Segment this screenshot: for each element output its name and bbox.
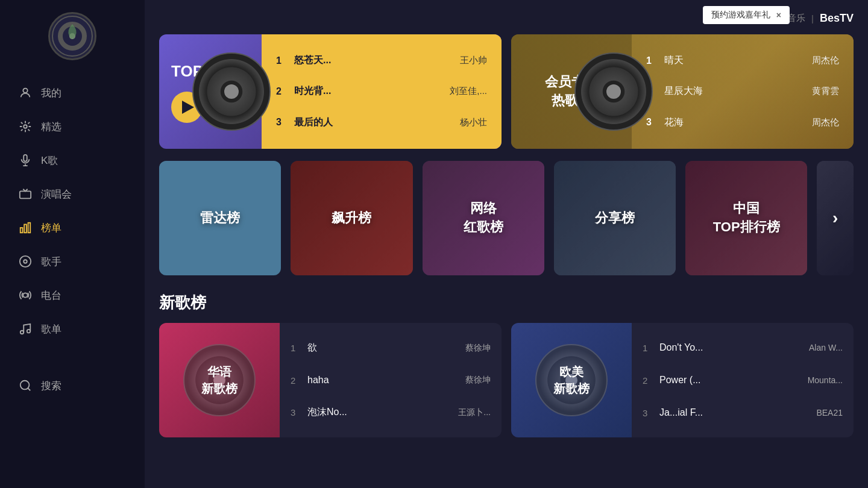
wt-num-1: 1 xyxy=(643,343,652,353)
sidebar-item-artists[interactable]: 歌手 xyxy=(0,247,145,276)
vip-song-artist-2: 黄霄雲 xyxy=(812,86,839,97)
sidebar-item-radio[interactable]: 电台 xyxy=(0,281,145,310)
svg-point-3 xyxy=(23,89,27,93)
cn-name-1: 欲 xyxy=(307,342,458,354)
vip-song-num-1: 1 xyxy=(646,55,656,66)
top-chart-songs-list: 1 怒苍天... 王小帅 2 时光背... 刘至佳,... 3 最后的人 杨小壮 xyxy=(262,34,502,149)
new-songs-section: 新歌榜 华语新歌榜 1 欲 蔡徐坤 xyxy=(159,292,854,437)
cn-name-3: 泡沫No... xyxy=(307,406,451,419)
notification-close-button[interactable]: × xyxy=(776,10,781,20)
cn-num-2: 2 xyxy=(291,375,300,386)
vinyl-icon xyxy=(18,254,33,269)
categories-row: 雷达榜 飙升榜 网络红歌榜 分享榜 中国TOP排行榜 › xyxy=(159,161,854,275)
charts-row: TOP榜 1 怒苍天... 王小帅 2 时光背... 刘至佳,... 3 最后的… xyxy=(159,34,854,149)
new-song-card-chinese[interactable]: 华语新歌榜 1 欲 蔡徐坤 2 haha 蔡徐坤 3 泡沫No xyxy=(159,323,502,437)
category-more-label: › xyxy=(832,206,838,230)
sidebar-item-ksong-label: K歌 xyxy=(41,154,58,167)
sidebar-item-ksong[interactable]: K歌 xyxy=(0,146,145,175)
person-icon xyxy=(18,86,33,100)
svg-point-15 xyxy=(20,381,30,390)
sidebar-item-concert-label: 演唱会 xyxy=(41,187,72,201)
wt-num-3: 3 xyxy=(643,408,652,418)
vip-song-num-3: 3 xyxy=(646,117,656,128)
sidebar-item-my[interactable]: 我的 xyxy=(0,78,145,107)
category-leida-label: 雷达榜 xyxy=(200,209,240,228)
western-song-row-3[interactable]: 3 Ja...ial F... BEA21 xyxy=(643,407,843,418)
western-song-row-1[interactable]: 1 Don't Yo... Alan W... xyxy=(643,342,843,353)
svg-rect-7 xyxy=(20,228,23,233)
cn-num-1: 1 xyxy=(291,343,300,353)
app-logo xyxy=(48,12,96,60)
search-icon xyxy=(18,378,33,393)
vip-chart-song-row-1[interactable]: 1 晴天 周杰伦 xyxy=(646,54,839,67)
top-chart-card[interactable]: TOP榜 1 怒苍天... 王小帅 2 时光背... 刘至佳,... 3 最后的… xyxy=(159,34,502,149)
sidebar-item-radio-label: 电台 xyxy=(41,289,61,302)
notification-banner: 预约游戏嘉年礼 × xyxy=(703,6,790,24)
wt-num-2: 2 xyxy=(643,375,652,386)
vip-chart-song-row-2[interactable]: 2 星辰大海 黄霄雲 xyxy=(646,85,839,98)
top-chart-song-row-2[interactable]: 2 时光背... 刘至佳,... xyxy=(276,85,487,98)
wt-name-3: Ja...ial F... xyxy=(659,407,809,418)
cn-artist-3: 王源卜... xyxy=(458,407,491,418)
chinese-song-row-3[interactable]: 3 泡沫No... 王源卜... xyxy=(291,406,491,419)
sidebar-item-artists-label: 歌手 xyxy=(41,255,61,269)
category-fenxiang-label: 分享榜 xyxy=(595,209,635,228)
top-chart-song-row-1[interactable]: 1 怒苍天... 王小帅 xyxy=(276,54,487,67)
sidebar-item-featured[interactable]: 精选 xyxy=(0,112,145,141)
song-artist-2: 刘至佳,... xyxy=(450,86,487,97)
vinyl-record xyxy=(192,52,271,131)
song-num-3: 3 xyxy=(276,117,286,128)
chinese-song-row-2[interactable]: 2 haha 蔡徐坤 xyxy=(291,375,491,386)
wt-name-2: Power (... xyxy=(659,375,800,386)
svg-rect-8 xyxy=(24,225,27,233)
svg-point-13 xyxy=(20,331,24,334)
sidebar-item-charts[interactable]: 榜单 xyxy=(0,213,145,242)
cn-num-3: 3 xyxy=(291,407,300,418)
category-zhongguo[interactable]: 中国TOP排行榜 xyxy=(685,161,807,275)
svg-rect-9 xyxy=(28,223,31,233)
category-piaosheng-label: 飙升榜 xyxy=(332,209,371,228)
category-leida[interactable]: 雷达榜 xyxy=(159,161,281,275)
new-song-chinese-title: 华语新歌榜 xyxy=(201,363,237,397)
western-new-song-list: 1 Don't Yo... Alan W... 2 Power (... Mou… xyxy=(632,323,854,437)
sidebar-item-featured-label: 精选 xyxy=(41,120,61,134)
wt-artist-1: Alan W... xyxy=(809,343,843,352)
vip-song-name-2: 星辰大海 xyxy=(664,85,804,98)
tv-icon xyxy=(18,187,33,201)
top-link-bestv[interactable]: BesTV xyxy=(820,12,854,25)
song-num-2: 2 xyxy=(276,86,286,97)
mic-icon xyxy=(18,153,33,167)
svg-rect-5 xyxy=(24,155,27,161)
song-num-1: 1 xyxy=(276,55,286,66)
western-song-row-2[interactable]: 2 Power (... Mounta... xyxy=(643,375,843,386)
category-fenxiang[interactable]: 分享榜 xyxy=(554,161,676,275)
notification-text: 预约游戏嘉年礼 xyxy=(711,10,770,20)
new-song-card-western[interactable]: 欧美新歌榜 1 Don't Yo... Alan W... 2 Power (.… xyxy=(511,323,854,437)
song-artist-3: 杨小壮 xyxy=(460,117,487,128)
category-piaosheng[interactable]: 飙升榜 xyxy=(291,161,412,275)
new-song-western-title: 欧美新歌榜 xyxy=(553,363,590,397)
svg-point-11 xyxy=(24,260,27,263)
song-name-3: 最后的人 xyxy=(294,116,451,129)
sidebar-item-playlist[interactable]: 歌单 xyxy=(0,314,145,343)
vip-chart-card[interactable]: 会员专享热歌榜 1 晴天 周杰伦 2 星辰大海 黄霄雲 3 花海 周杰伦 xyxy=(511,34,854,149)
vip-song-name-3: 花海 xyxy=(664,116,804,129)
sidebar-item-search[interactable]: 搜索 xyxy=(0,371,145,400)
vip-chart-songs-list: 1 晴天 周杰伦 2 星辰大海 黄霄雲 3 花海 周杰伦 xyxy=(632,34,854,149)
sidebar-item-search-label: 搜索 xyxy=(41,379,61,393)
main-content: 预约游戏嘉年礼 × 当贝音乐 | 酷狗音乐 | BesTV TOP榜 xyxy=(145,0,868,488)
vip-song-name-1: 晴天 xyxy=(664,54,804,67)
vip-song-artist-3: 周杰伦 xyxy=(812,117,839,128)
category-wangluo[interactable]: 网络红歌榜 xyxy=(423,161,544,275)
vip-chart-song-row-3[interactable]: 3 花海 周杰伦 xyxy=(646,116,839,129)
sidebar-item-concert[interactable]: 演唱会 xyxy=(0,180,145,208)
chinese-song-row-1[interactable]: 1 欲 蔡徐坤 xyxy=(291,342,491,354)
sidebar-nav: 我的 精选 K歌 xyxy=(0,78,145,400)
sidebar-item-playlist-label: 歌单 xyxy=(41,322,61,336)
vip-vinyl-record xyxy=(574,52,653,131)
wt-artist-3: BEA21 xyxy=(816,408,843,418)
top-chart-song-row-3[interactable]: 3 最后的人 杨小壮 xyxy=(276,116,487,129)
separator-2: | xyxy=(811,13,814,23)
radio-icon xyxy=(18,288,33,302)
category-more[interactable]: › xyxy=(817,161,854,275)
